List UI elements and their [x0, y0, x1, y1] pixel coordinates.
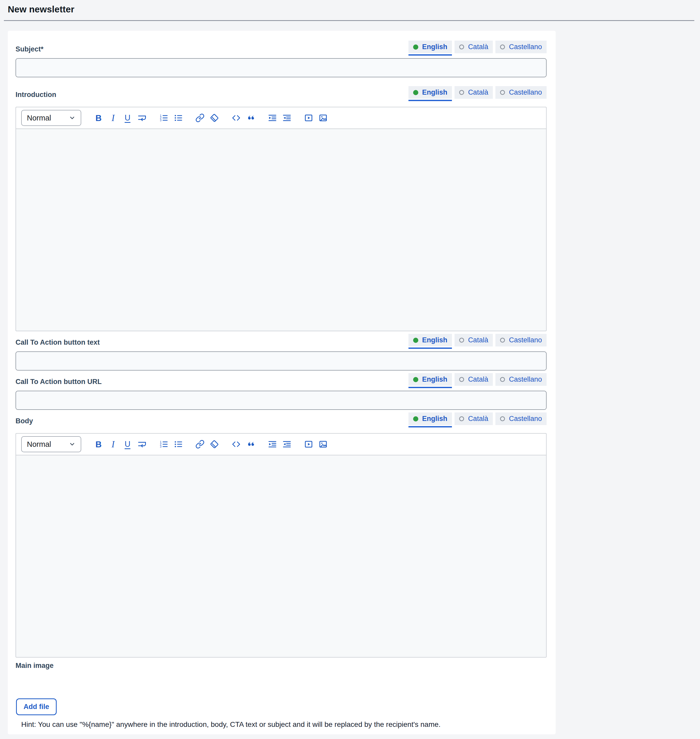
image-icon — [318, 439, 328, 449]
language-tab-castellano[interactable]: Castellano — [496, 86, 547, 99]
language-tab-catala[interactable]: Català — [454, 334, 493, 347]
selected-radio-icon — [413, 338, 418, 343]
language-tab-label: Català — [468, 43, 488, 51]
toolbar-group — [231, 438, 260, 450]
selected-radio-icon — [413, 90, 418, 95]
toolbar-group — [303, 112, 332, 124]
language-tab-label: English — [422, 43, 447, 51]
svg-text:3: 3 — [160, 119, 162, 122]
unselected-radio-icon — [459, 90, 464, 95]
introduction-editor-content[interactable] — [16, 129, 546, 331]
bold-icon: B — [96, 114, 101, 122]
body-label: Body — [16, 417, 33, 428]
language-tab-castellano[interactable]: Castellano — [496, 41, 547, 53]
indent-decrease-button[interactable] — [281, 112, 292, 124]
language-tab-castellano[interactable]: Castellano — [496, 334, 547, 347]
language-tabs-introduction: EnglishCatalàCastellano — [409, 86, 547, 101]
language-tab-english[interactable]: English — [409, 41, 452, 53]
video-button[interactable] — [303, 438, 314, 450]
clear-format-button[interactable] — [209, 112, 220, 124]
bullet-list-icon — [174, 113, 183, 123]
subject-input[interactable] — [16, 58, 547, 77]
toolbar-group — [194, 438, 224, 450]
link-button[interactable] — [194, 112, 205, 124]
language-tab-label: Català — [468, 375, 488, 383]
code-icon — [231, 439, 241, 449]
language-tab-english[interactable]: English — [409, 373, 452, 386]
paragraph-style-value: Normal — [27, 440, 51, 449]
language-tab-english[interactable]: English — [409, 86, 452, 99]
line-break-button[interactable] — [137, 112, 147, 124]
link-button[interactable] — [194, 438, 205, 450]
bold-button[interactable]: B — [93, 112, 104, 124]
image-button[interactable] — [318, 112, 328, 124]
indent-decrease-button[interactable] — [281, 438, 292, 450]
language-tab-catala[interactable]: Català — [454, 373, 493, 386]
language-tab-catala[interactable]: Català — [454, 413, 493, 425]
svg-text:3: 3 — [160, 445, 162, 448]
code-button[interactable] — [231, 438, 242, 450]
code-button[interactable] — [231, 112, 242, 124]
video-button[interactable] — [303, 112, 314, 124]
subject-field-header: Subject* EnglishCatalàCastellano — [16, 41, 547, 56]
language-tab-english[interactable]: English — [409, 413, 452, 425]
bullet-list-button[interactable] — [173, 112, 184, 124]
indent-decrease-icon — [282, 113, 291, 123]
paragraph-style-select[interactable]: Normal — [21, 436, 81, 452]
italic-button[interactable]: I — [107, 112, 119, 124]
cta-text-input[interactable] — [16, 351, 547, 370]
image-button[interactable] — [318, 438, 328, 450]
underline-button[interactable]: U — [122, 112, 133, 124]
toolbar-group — [267, 112, 296, 124]
language-tab-castellano[interactable]: Castellano — [496, 373, 547, 386]
video-icon — [304, 439, 313, 449]
selected-radio-icon — [413, 44, 418, 50]
indent-increase-icon — [268, 113, 277, 123]
cta-url-input[interactable] — [16, 391, 547, 410]
ordered-list-button[interactable]: 123 — [158, 438, 169, 450]
title-divider — [4, 20, 694, 21]
language-tab-castellano[interactable]: Castellano — [496, 413, 547, 425]
blockquote-button[interactable] — [245, 438, 256, 450]
newsletter-form-card: Subject* EnglishCatalàCastellano Introdu… — [8, 31, 556, 735]
code-icon — [231, 113, 241, 123]
unselected-radio-icon — [459, 44, 464, 49]
link-icon — [195, 439, 204, 449]
video-icon — [304, 113, 313, 123]
language-tab-label: Català — [468, 336, 488, 344]
body-editor-content[interactable] — [16, 455, 546, 657]
image-icon — [318, 113, 328, 123]
blockquote-button[interactable] — [245, 112, 256, 124]
indent-increase-button[interactable] — [267, 112, 278, 124]
link-icon — [195, 113, 204, 123]
paragraph-style-select[interactable]: Normal — [21, 110, 81, 126]
bullet-list-button[interactable] — [173, 438, 184, 450]
italic-button[interactable]: I — [107, 438, 119, 450]
cta-text-field-header: Call To Action button text EnglishCatalà… — [16, 334, 547, 349]
toolbar-group — [303, 438, 332, 450]
chevron-down-icon — [69, 115, 75, 121]
language-tab-label: Castellano — [509, 88, 542, 97]
underline-button[interactable]: U — [122, 438, 133, 450]
language-tab-catala[interactable]: Català — [454, 86, 493, 99]
indent-increase-button[interactable] — [267, 438, 278, 450]
language-tab-english[interactable]: English — [409, 334, 452, 347]
ordered-list-button[interactable]: 123 — [158, 112, 169, 124]
clear-format-button[interactable] — [209, 438, 220, 450]
language-tab-catala[interactable]: Català — [454, 41, 493, 53]
language-tab-label: English — [422, 336, 447, 344]
bold-button[interactable]: B — [93, 438, 104, 450]
language-tab-label: Castellano — [509, 336, 542, 344]
line-break-button[interactable] — [137, 438, 147, 450]
bullet-list-icon — [174, 439, 183, 449]
language-tabs-body: EnglishCatalàCastellano — [409, 413, 547, 428]
blockquote-icon — [246, 439, 255, 449]
clear-format-icon — [210, 439, 219, 449]
toolbar-group — [231, 112, 260, 124]
language-tabs-subject: EnglishCatalàCastellano — [409, 41, 547, 56]
cta-url-label: Call To Action button URL — [16, 378, 101, 388]
ordered-list-icon: 123 — [159, 439, 168, 449]
introduction-editor-toolbar: Normal BIU123 — [16, 107, 546, 129]
add-file-button[interactable]: Add file — [16, 698, 57, 715]
toolbar-icons: BIU123 — [93, 438, 332, 450]
